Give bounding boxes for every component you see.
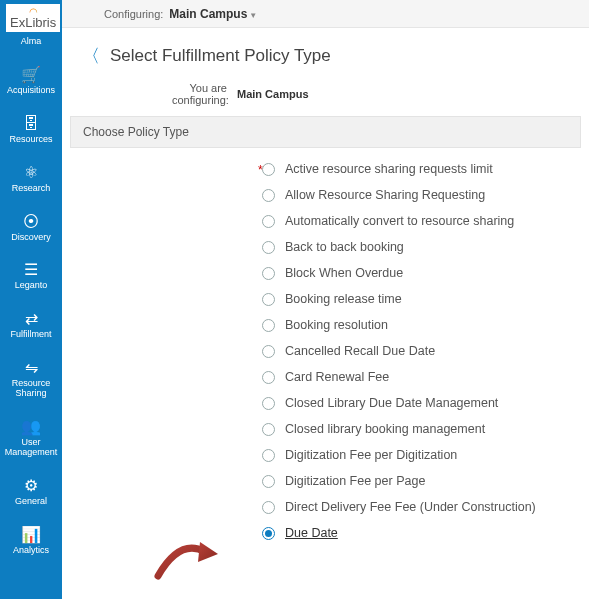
sidebar-item-label: Fulfillment (10, 330, 51, 340)
radio-icon (262, 215, 275, 228)
policy-type-label: Card Renewal Fee (285, 370, 389, 384)
radio-icon (262, 345, 275, 358)
policy-type-label: Allow Resource Sharing Requesting (285, 188, 485, 202)
general-icon: ⚙ (24, 478, 38, 494)
chevron-down-icon: ▼ (249, 11, 257, 20)
policy-type-option[interactable]: Digitization Fee per Digitization (262, 448, 569, 462)
radio-icon (262, 267, 275, 280)
sidebar-item-fulfillment[interactable]: ⇄Fulfillment (0, 303, 62, 348)
sidebar-item-analytics[interactable]: 📊Analytics (0, 519, 62, 564)
sidebar-item-label: Leganto (15, 281, 48, 291)
sidebar-item-label: User Management (5, 438, 58, 458)
radio-icon (262, 501, 275, 514)
user-management-icon: 👥 (21, 419, 41, 435)
policy-type-label: Closed Library Due Date Management (285, 396, 498, 410)
sidebar-item-label: Discovery (11, 233, 51, 243)
sidebar-item-label: Analytics (13, 546, 49, 556)
policy-type-label: Closed library booking management (285, 422, 485, 436)
resources-icon: 🗄 (23, 116, 39, 132)
sidebar-item-label: Acquisitions (7, 86, 55, 96)
page-title: Select Fulfillment Policy Type (110, 46, 331, 66)
fulfillment-icon: ⇄ (25, 311, 38, 327)
policy-type-option[interactable]: Closed library booking management (262, 422, 569, 436)
policy-type-option[interactable]: Active resource sharing requests limit (262, 162, 569, 176)
radio-icon (262, 423, 275, 436)
policy-type-label: Booking release time (285, 292, 402, 306)
discovery-icon: ⦿ (23, 214, 39, 230)
sidebar-item-label: Alma (21, 37, 42, 47)
subhead-label: You are configuring: (172, 82, 227, 106)
sidebar-item-research[interactable]: ⚛Research (0, 157, 62, 202)
radio-icon (262, 371, 275, 384)
radio-icon (262, 241, 275, 254)
required-indicator: * (258, 163, 263, 177)
sidebar-item-label: Resources (9, 135, 52, 145)
sidebar-item-general[interactable]: ⚙General (0, 470, 62, 515)
analytics-icon: 📊 (21, 527, 41, 543)
brand-logo: ◠ExLibris (6, 4, 60, 32)
sidebar-item-user-management[interactable]: 👥User Management (0, 411, 62, 466)
policy-type-list: * Active resource sharing requests limit… (62, 148, 589, 572)
policy-type-label: Digitization Fee per Digitization (285, 448, 457, 462)
sidebar-item-leganto[interactable]: ☰Leganto (0, 254, 62, 299)
resource-sharing-icon: ⇋ (25, 360, 38, 376)
policy-type-option[interactable]: Closed Library Due Date Management (262, 396, 569, 410)
policy-type-option[interactable]: Due Date (262, 526, 569, 540)
policy-type-option[interactable]: Card Renewal Fee (262, 370, 569, 384)
acquisitions-icon: 🛒 (21, 67, 41, 83)
radio-icon (262, 527, 275, 540)
radio-icon (262, 319, 275, 332)
policy-type-label: Active resource sharing requests limit (285, 162, 493, 176)
sidebar-item-resource-sharing[interactable]: ⇋Resource Sharing (0, 352, 62, 407)
policy-type-option[interactable]: Direct Delivery Fee Fee (Under Construct… (262, 500, 569, 514)
policy-type-label: Cancelled Recall Due Date (285, 344, 435, 358)
sidebar-item-label: Research (12, 184, 51, 194)
sidebar-item-discovery[interactable]: ⦿Discovery (0, 206, 62, 251)
radio-icon (262, 475, 275, 488)
radio-icon (262, 189, 275, 202)
configuring-label: Configuring: (104, 8, 163, 20)
policy-type-option[interactable]: Cancelled Recall Due Date (262, 344, 569, 358)
policy-type-label: Digitization Fee per Page (285, 474, 425, 488)
policy-type-label: Booking resolution (285, 318, 388, 332)
policy-type-option[interactable]: Block When Overdue (262, 266, 569, 280)
radio-icon (262, 449, 275, 462)
section-header: Choose Policy Type (70, 116, 581, 148)
sidebar-item-label: General (15, 497, 47, 507)
research-icon: ⚛ (24, 165, 38, 181)
radio-icon (262, 397, 275, 410)
sidebar-item-resources[interactable]: 🗄Resources (0, 108, 62, 153)
radio-icon (262, 293, 275, 306)
back-button[interactable]: 〈 (82, 44, 100, 68)
policy-type-label: Back to back booking (285, 240, 404, 254)
leganto-icon: ☰ (24, 262, 38, 278)
sidebar-item-acquisitions[interactable]: 🛒Acquisitions (0, 59, 62, 104)
policy-type-label: Direct Delivery Fee Fee (Under Construct… (285, 500, 536, 514)
policy-type-label: Due Date (285, 526, 338, 540)
policy-type-label: Block When Overdue (285, 266, 403, 280)
policy-type-label: Automatically convert to resource sharin… (285, 214, 514, 228)
policy-type-option[interactable]: Booking resolution (262, 318, 569, 332)
configuring-value-dropdown[interactable]: Main Campus▼ (169, 7, 257, 21)
policy-type-option[interactable]: Allow Resource Sharing Requesting (262, 188, 569, 202)
radio-icon (262, 163, 275, 176)
topbar: Configuring: Main Campus▼ (62, 0, 589, 28)
policy-type-option[interactable]: Digitization Fee per Page (262, 474, 569, 488)
sidebar-item-label: Resource Sharing (12, 379, 51, 399)
sidebar: ✦Alma🛒Acquisitions🗄Resources⚛Research⦿Di… (0, 0, 62, 599)
policy-type-option[interactable]: Booking release time (262, 292, 569, 306)
subhead-value: Main Campus (237, 88, 309, 100)
policy-type-option[interactable]: Back to back booking (262, 240, 569, 254)
policy-type-option[interactable]: Automatically convert to resource sharin… (262, 214, 569, 228)
subhead: You are configuring: Main Campus (62, 78, 589, 116)
